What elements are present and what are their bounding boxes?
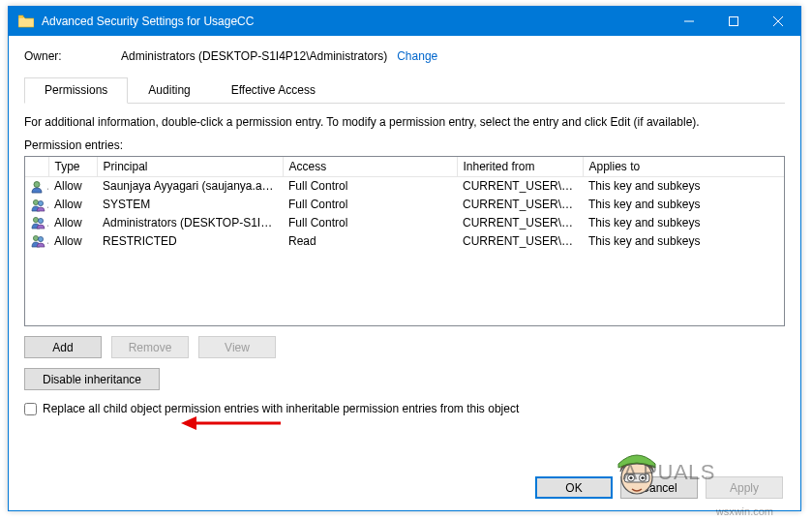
principal-icon bbox=[25, 231, 48, 250]
table-row[interactable]: AllowSYSTEMFull ControlCURRENT_USER\SOFT… bbox=[25, 196, 784, 214]
svg-point-9 bbox=[38, 219, 43, 224]
cell-access: Read bbox=[283, 231, 457, 250]
info-text: For additional information, double-click… bbox=[24, 115, 785, 129]
cell-access: Full Control bbox=[283, 214, 457, 232]
permissions-table[interactable]: Type Principal Access Inherited from App… bbox=[24, 156, 785, 326]
svg-point-8 bbox=[33, 218, 38, 223]
principal-icon bbox=[25, 214, 48, 232]
col-header-principal[interactable]: Principal bbox=[97, 157, 283, 177]
col-header-icon[interactable] bbox=[25, 157, 48, 177]
col-header-access[interactable]: Access bbox=[283, 157, 457, 177]
principal-icon bbox=[25, 177, 48, 196]
entries-label: Permission entries: bbox=[24, 138, 785, 152]
cell-type: Allow bbox=[48, 214, 97, 232]
replace-children-row: Replace all child object permission entr… bbox=[24, 402, 785, 415]
cell-inherited: CURRENT_USER\SOFTWA... bbox=[457, 177, 583, 196]
cell-type: Allow bbox=[48, 177, 97, 196]
cell-principal: Saunjaya Ayyagari (saujanya.ayy... bbox=[97, 177, 283, 196]
col-header-applies[interactable]: Applies to bbox=[583, 157, 784, 177]
folder-icon bbox=[18, 15, 34, 28]
apply-button: Apply bbox=[706, 476, 783, 499]
cell-inherited: CURRENT_USER\SOFTWA... bbox=[457, 196, 583, 214]
cell-applies: This key and subkeys bbox=[583, 177, 784, 196]
svg-point-6 bbox=[33, 199, 38, 204]
owner-row: Owner: Administrators (DESKTOP-S1I4P12\A… bbox=[24, 49, 785, 63]
window-title: Advanced Security Settings for UsageCC bbox=[42, 15, 667, 28]
tabstrip: Permissions Auditing Effective Access bbox=[24, 76, 785, 104]
svg-point-11 bbox=[38, 237, 43, 242]
cell-principal: Administrators (DESKTOP-S1I4P1... bbox=[97, 214, 283, 232]
cell-access: Full Control bbox=[283, 177, 457, 196]
owner-label: Owner: bbox=[24, 49, 121, 63]
cell-inherited: CURRENT_USER\SOFTWA... bbox=[457, 231, 583, 250]
svg-point-10 bbox=[33, 236, 38, 241]
tab-permissions[interactable]: Permissions bbox=[24, 77, 128, 104]
owner-value: Administrators (DESKTOP-S1I4P12\Administ… bbox=[121, 49, 387, 63]
tab-body: For additional information, double-click… bbox=[24, 104, 785, 415]
col-header-type[interactable]: Type bbox=[48, 157, 97, 177]
svg-rect-2 bbox=[730, 17, 738, 26]
cell-type: Allow bbox=[48, 196, 97, 214]
cell-type: Allow bbox=[48, 231, 97, 250]
replace-children-label[interactable]: Replace all child object permission entr… bbox=[43, 402, 519, 415]
svg-point-5 bbox=[34, 181, 40, 187]
dialog-footer: OK Cancel Apply bbox=[535, 476, 783, 499]
svg-point-7 bbox=[38, 200, 43, 205]
close-button[interactable] bbox=[756, 7, 800, 36]
titlebar[interactable]: Advanced Security Settings for UsageCC bbox=[9, 7, 800, 36]
window-controls bbox=[667, 7, 800, 36]
ok-button[interactable]: OK bbox=[535, 476, 613, 499]
add-button[interactable]: Add bbox=[24, 336, 102, 358]
cell-applies: This key and subkeys bbox=[583, 196, 784, 214]
replace-children-checkbox[interactable] bbox=[24, 403, 37, 415]
table-row[interactable]: AllowAdministrators (DESKTOP-S1I4P1...Fu… bbox=[25, 214, 784, 232]
content-area: Owner: Administrators (DESKTOP-S1I4P12\A… bbox=[9, 36, 800, 510]
disable-inheritance-button[interactable]: Disable inheritance bbox=[24, 368, 160, 390]
tab-auditing[interactable]: Auditing bbox=[128, 77, 210, 104]
view-button: View bbox=[198, 336, 276, 358]
table-buttons: Add Remove View bbox=[24, 336, 785, 358]
cancel-button[interactable]: Cancel bbox=[620, 476, 698, 499]
cell-principal: RESTRICTED bbox=[97, 231, 283, 250]
table-row[interactable]: AllowSaunjaya Ayyagari (saujanya.ayy...F… bbox=[25, 177, 784, 196]
cell-applies: This key and subkeys bbox=[583, 214, 784, 232]
svg-rect-0 bbox=[18, 15, 23, 17]
window: Advanced Security Settings for UsageCC O… bbox=[8, 6, 801, 511]
remove-button: Remove bbox=[111, 336, 189, 358]
col-header-inherited[interactable]: Inherited from bbox=[457, 157, 583, 177]
table-row[interactable]: AllowRESTRICTEDReadCURRENT_USER\SOFTWA..… bbox=[25, 231, 784, 250]
cell-principal: SYSTEM bbox=[97, 196, 283, 214]
cell-applies: This key and subkeys bbox=[583, 231, 784, 250]
inheritance-row: Disable inheritance bbox=[24, 368, 785, 390]
tab-effective-access[interactable]: Effective Access bbox=[211, 77, 336, 104]
cell-inherited: CURRENT_USER\SOFTWA... bbox=[457, 214, 583, 232]
table-header-row: Type Principal Access Inherited from App… bbox=[25, 157, 784, 177]
principal-icon bbox=[25, 196, 48, 214]
change-owner-link[interactable]: Change bbox=[397, 49, 437, 63]
minimize-button[interactable] bbox=[667, 7, 711, 36]
cell-access: Full Control bbox=[283, 196, 457, 214]
maximize-button[interactable] bbox=[711, 7, 756, 36]
